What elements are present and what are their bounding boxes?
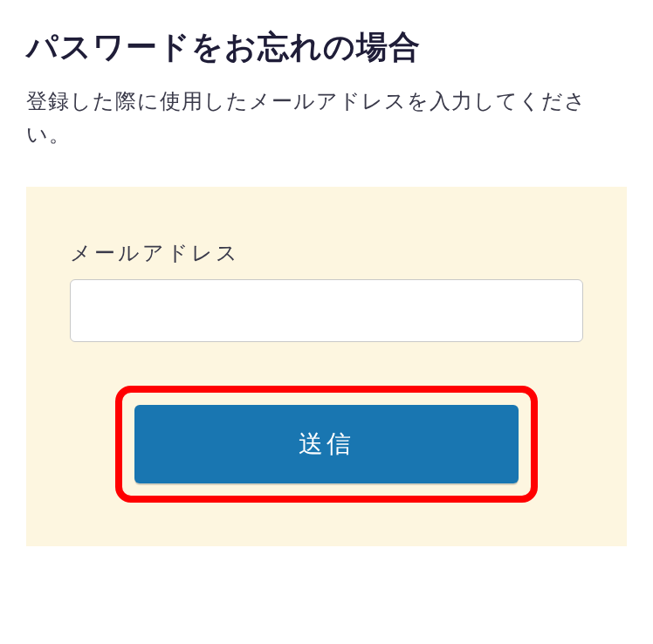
email-label: メールアドレス (70, 239, 583, 267)
page-title: パスワードをお忘れの場合 (26, 26, 627, 69)
highlight-frame: 送信 (115, 386, 538, 503)
submit-wrapper: 送信 (70, 386, 583, 503)
page-description: 登録した際に使用したメールアドレスを入力してください。 (26, 85, 627, 152)
form-panel: メールアドレス 送信 (26, 187, 627, 546)
submit-button[interactable]: 送信 (134, 405, 519, 483)
email-field[interactable] (70, 279, 583, 342)
